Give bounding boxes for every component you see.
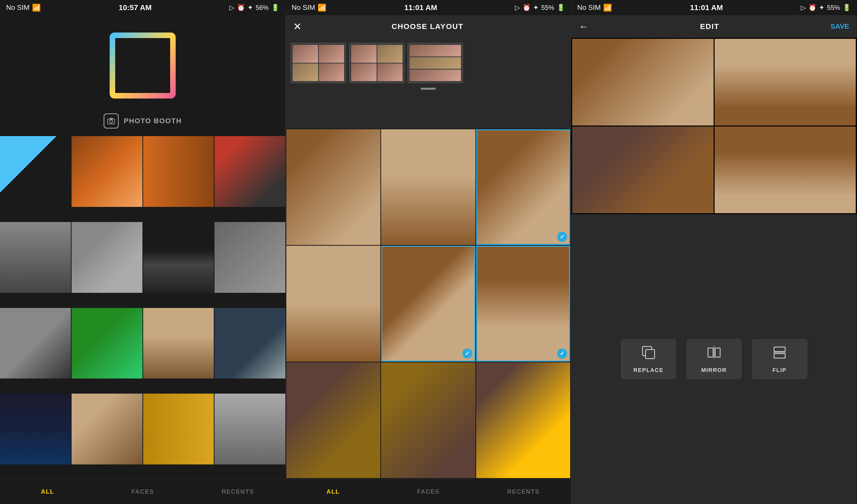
photo-cell-13[interactable]	[0, 393, 71, 465]
status-left-1: No SIM 📶	[6, 3, 41, 12]
flip-label: FLIP	[773, 367, 787, 373]
layout-logo	[107, 30, 178, 101]
lo-cell	[351, 45, 376, 63]
tools-row: REPLACE MIRROR	[621, 339, 807, 379]
scroll-photo-3[interactable]: ✓	[476, 129, 570, 245]
scroll-photo-1[interactable]	[286, 129, 380, 245]
collage-cell-bot-left[interactable]	[572, 127, 713, 213]
status-bar-1: No SIM 📶 10:57 AM ▷ ⏰ ✦ 56% 🔋	[0, 0, 285, 15]
replace-label: REPLACE	[634, 367, 663, 373]
tab-recents-2[interactable]: RECENTS	[476, 483, 571, 500]
tab-faces-2[interactable]: FACES	[381, 483, 476, 500]
wifi-icon-2: 📶	[318, 3, 326, 12]
status-right-3: ▷ ⏰ ✦ 55% 🔋	[801, 4, 851, 12]
screen-2: ✕ CHOOSE LAYOUT	[286, 15, 571, 504]
photo-cell-15[interactable]	[143, 393, 214, 465]
save-button[interactable]: SAVE	[830, 22, 849, 31]
photo-cell-9[interactable]	[0, 308, 71, 379]
collage-cell-top-right[interactable]	[715, 39, 856, 125]
photo-grid-1	[0, 136, 285, 479]
status-left-2: No SIM 📶	[292, 3, 326, 12]
scroll-photo-5[interactable]: ✓	[381, 246, 475, 362]
photo-cell-1[interactable]	[0, 136, 71, 207]
no-sim-label-3: No SIM	[577, 3, 601, 12]
lo-cell	[409, 70, 461, 81]
scroll-photo-4[interactable]	[286, 246, 380, 362]
choose-layout-nav: ✕ CHOOSE LAYOUT	[286, 15, 571, 38]
photo-cell-3[interactable]	[143, 136, 214, 207]
scroll-dot	[421, 88, 436, 90]
bottom-tabs-2: ALL FACES RECENTS	[286, 479, 571, 504]
status-left-3: No SIM 📶	[577, 3, 612, 12]
location-icon-2: ▷	[515, 4, 520, 12]
collage-preview	[571, 38, 857, 214]
photo-cell-12[interactable]	[215, 308, 285, 379]
replace-button[interactable]: REPLACE	[621, 339, 676, 379]
layout-option-2x2-b[interactable]	[349, 43, 405, 83]
screen-3: ← EDIT SAVE REP	[571, 15, 857, 504]
mirror-button[interactable]: MIRROR	[686, 339, 742, 379]
svg-rect-1	[122, 45, 163, 86]
flip-button[interactable]: FLIP	[752, 339, 807, 379]
wifi-icon-1: 📶	[32, 3, 41, 12]
time-label-3: 11:01 AM	[690, 3, 723, 12]
screen-1: PHOTO BOOTH ALL FACES RECENTS	[0, 15, 285, 504]
photo-cell-7[interactable]	[143, 222, 214, 293]
lo-cell	[377, 45, 403, 63]
photo-cell-5[interactable]	[0, 222, 71, 293]
phone-2: No SIM 📶 11:01 AM ▷ ⏰ ✦ 55% 🔋 ✕ CHOOSE L…	[286, 0, 571, 504]
photo-cell-2[interactable]	[71, 136, 142, 207]
close-button[interactable]: ✕	[293, 21, 302, 32]
camera-icon	[104, 113, 119, 129]
photo-booth-button[interactable]: PHOTO BOOTH	[0, 108, 285, 136]
time-label-1: 10:57 AM	[119, 3, 152, 12]
photo-cell-6[interactable]	[71, 222, 142, 293]
back-button[interactable]: ←	[579, 21, 589, 32]
edit-nav: ← EDIT SAVE	[571, 15, 857, 38]
status-right-1: ▷ ⏰ ✦ 56% 🔋	[229, 4, 279, 12]
bluetooth-icon-2: ✦	[533, 4, 539, 12]
scroll-photo-8[interactable]	[381, 363, 475, 478]
photo-cell-14[interactable]	[71, 393, 142, 465]
bottom-tabs-1: ALL FACES RECENTS	[0, 479, 285, 504]
tab-all-1[interactable]: ALL	[0, 483, 95, 500]
photo-scroll-grid: ✓ ✓ ✓	[286, 129, 571, 479]
photo-cell-10[interactable]	[71, 308, 142, 379]
alarm-icon-2: ⏰	[522, 4, 531, 12]
choose-layout-title: CHOOSE LAYOUT	[392, 22, 464, 31]
collage-cell-top-left[interactable]	[572, 39, 713, 125]
photo-cell-16[interactable]	[215, 393, 285, 465]
lo-cell	[351, 64, 376, 81]
bluetooth-icon-1: ✦	[248, 4, 253, 12]
scroll-photo-6[interactable]: ✓	[476, 246, 570, 362]
svg-rect-12	[774, 354, 785, 358]
location-icon-1: ▷	[229, 4, 234, 12]
lo-cell	[409, 45, 461, 56]
status-right-2: ▷ ⏰ ✦ 55% 🔋	[515, 4, 565, 12]
photo-cell-4[interactable]	[215, 136, 285, 207]
battery-icon-1: 🔋	[271, 4, 279, 12]
scroll-photo-9[interactable]	[476, 363, 570, 478]
svg-point-3	[110, 120, 113, 123]
alarm-icon-3: ⏰	[808, 4, 817, 12]
layout-option-1x3[interactable]	[407, 43, 463, 83]
scroll-photo-7[interactable]	[286, 363, 380, 478]
svg-rect-11	[774, 347, 785, 352]
scroll-indicator	[286, 88, 571, 90]
layout-option-2x2-a[interactable]	[291, 43, 346, 83]
tab-all-2[interactable]: ALL	[286, 483, 381, 500]
photo-cell-8[interactable]	[215, 222, 285, 293]
status-bar-3: No SIM 📶 11:01 AM ▷ ⏰ ✦ 55% 🔋	[571, 0, 857, 15]
lo-cell	[293, 45, 318, 63]
collage-cell-bot-right[interactable]	[715, 127, 856, 213]
tools-area: REPLACE MIRROR	[571, 214, 857, 504]
tab-faces-1[interactable]: FACES	[95, 483, 190, 500]
check-badge-3: ✓	[557, 232, 567, 242]
tab-recents-1[interactable]: RECENTS	[190, 483, 285, 500]
photo-cell-11[interactable]	[143, 308, 214, 379]
lo-cell	[319, 64, 344, 81]
layout-options-row	[286, 38, 571, 86]
check-badge-5: ✓	[462, 349, 472, 358]
scroll-photo-2[interactable]	[381, 129, 475, 245]
mirror-label: MIRROR	[701, 367, 727, 373]
